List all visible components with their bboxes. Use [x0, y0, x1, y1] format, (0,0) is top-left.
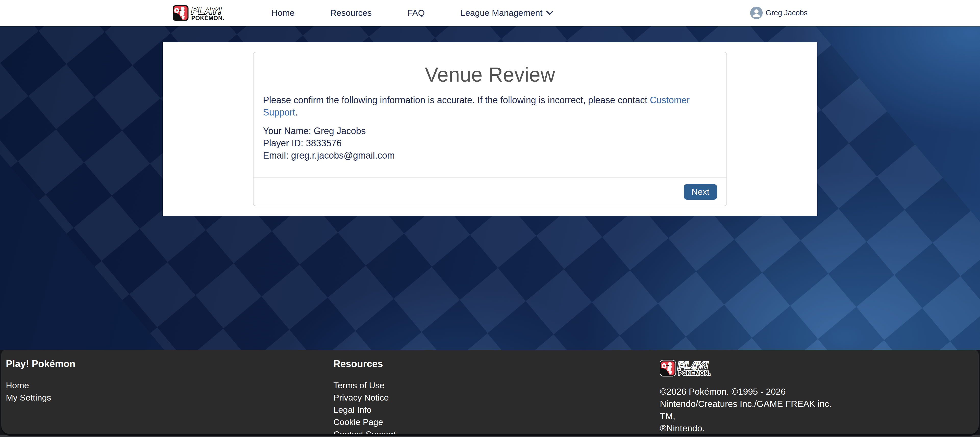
- nav-link-resources[interactable]: Resources: [330, 8, 372, 18]
- copyright-line: ®Nintendo.: [660, 422, 843, 434]
- copyright-notice: ©2026 Pokémon. ©1995 - 2026 Nintendo/Cre…: [660, 386, 843, 434]
- footer-link-privacy-notice[interactable]: Privacy Notice: [333, 391, 660, 404]
- copyright-line: Nintendo/Creatures Inc./GAME FREAK inc. …: [660, 398, 843, 422]
- user-avatar-icon: [750, 6, 763, 19]
- play-pokemon-logo-icon: PLAY! POKÉMON.: [172, 5, 249, 21]
- chevron-down-icon: [546, 11, 553, 15]
- card-footer: Next: [253, 178, 727, 206]
- footer-heading-resources: Resources: [333, 359, 660, 369]
- main-background: Venue Review Please confirm the followin…: [0, 26, 980, 350]
- footer-link-legal-info[interactable]: Legal Info: [333, 404, 660, 416]
- footer-column-legal: PLAY! PLAY! POKÉMON. POKÉMON. ©2026 Poké…: [660, 359, 843, 434]
- footer-column-play-pokemon: Play! Pokémon Home My Settings: [6, 359, 333, 434]
- nav-link-faq[interactable]: FAQ: [407, 8, 425, 18]
- logo-pokemon-text: POKÉMON.: [191, 14, 224, 21]
- player-info-block: Your Name: Greg Jacobs Player ID: 383357…: [263, 125, 717, 162]
- copyright-line: ©2026 Pokémon. ©1995 - 2026: [660, 386, 843, 398]
- footer-logo-pokemon-text: POKÉMON.: [678, 370, 710, 376]
- footer-logo-play-text: PLAY!: [678, 360, 708, 372]
- nav-link-home[interactable]: Home: [271, 8, 294, 18]
- user-account-chip[interactable]: Greg Jacobs: [750, 6, 808, 19]
- content-wrapper: Venue Review Please confirm the followin…: [163, 42, 817, 216]
- page-title: Venue Review: [263, 63, 717, 86]
- footer-link-my-settings[interactable]: My Settings: [6, 391, 333, 404]
- footer-heading-play-pokemon: Play! Pokémon: [6, 359, 333, 369]
- player-id-line: Player ID: 3833576: [263, 137, 717, 149]
- footer-play-pokemon-logo-icon: PLAY! PLAY! POKÉMON. POKÉMON.: [660, 359, 734, 378]
- footer-link-contact-support[interactable]: Contact Support: [333, 428, 660, 434]
- footer-area: Play! Pokémon Home My Settings Resources…: [0, 350, 980, 437]
- footer: Play! Pokémon Home My Settings Resources…: [1, 350, 979, 434]
- footer-under-edge: [0, 435, 980, 437]
- player-name-line: Your Name: Greg Jacobs: [263, 125, 717, 137]
- venue-review-card: Venue Review Please confirm the followin…: [253, 52, 727, 206]
- primary-nav: Home Resources FAQ League Management: [271, 8, 553, 18]
- footer-inner: Play! Pokémon Home My Settings Resources…: [1, 350, 979, 434]
- page: PLAY! POKÉMON. Home Resources FAQ League…: [0, 0, 980, 437]
- next-button[interactable]: Next: [684, 184, 717, 200]
- top-navigation-inner: PLAY! POKÉMON. Home Resources FAQ League…: [172, 0, 808, 26]
- user-name-label: Greg Jacobs: [766, 9, 808, 17]
- venue-review-card-body: Venue Review Please confirm the followin…: [253, 52, 727, 178]
- top-navigation-bar: PLAY! POKÉMON. Home Resources FAQ League…: [0, 0, 980, 26]
- footer-link-home[interactable]: Home: [6, 379, 333, 391]
- footer-column-resources: Resources Terms of Use Privacy Notice Le…: [333, 359, 660, 434]
- play-pokemon-logo[interactable]: PLAY! POKÉMON.: [172, 5, 249, 21]
- footer-link-cookie-page[interactable]: Cookie Page: [333, 416, 660, 428]
- player-email-line: Email: greg.r.jacobs@gmail.com: [263, 149, 717, 162]
- nav-link-league-management[interactable]: League Management: [460, 8, 553, 18]
- confirmation-instructions: Please confirm the following information…: [263, 94, 717, 118]
- footer-link-terms-of-use[interactable]: Terms of Use: [333, 379, 660, 391]
